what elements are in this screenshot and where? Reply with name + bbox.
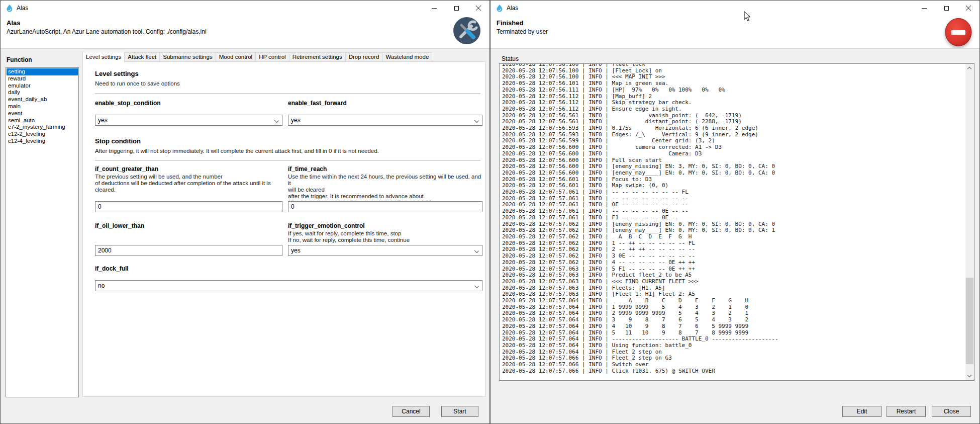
function-listbox[interactable]: settingrewardemulatordailyevent_daily_ab…: [6, 67, 79, 397]
edit-button[interactable]: Edit: [842, 406, 881, 417]
log-line: 2020-05-28 12:07:56.600 | INFO | Camera:…: [502, 151, 965, 157]
function-label: Function: [7, 56, 32, 63]
tab-attack-fleet[interactable]: Attack fleet: [124, 52, 160, 62]
function-item-c7-2_mystery_farming[interactable]: c7-2_mystery_farming: [7, 124, 78, 131]
log-scrollbar[interactable]: [965, 64, 974, 380]
log-line: 2020-05-28 12:07:56.112 | INFO | Ensure …: [502, 106, 965, 113]
log-line: 2020-05-28 12:07:57.062 | INFO | A B C D…: [502, 234, 965, 240]
scroll-up-icon[interactable]: [965, 64, 974, 72]
scroll-down-icon[interactable]: [965, 372, 974, 380]
config-body: Function settingrewardemulatordailyevent…: [1, 48, 489, 423]
log-output: 2020-05-28 12:07:56.100 | INFO | fleet_l…: [502, 63, 965, 374]
chevron-down-icon: [474, 248, 479, 253]
log-line: 2020-05-28 12:07:56.600 | INFO | [enemy_…: [502, 170, 965, 177]
function-item-c12-2_leveling[interactable]: c12-2_leveling: [7, 131, 78, 138]
section-stop-condition-title: Stop condition: [95, 137, 141, 145]
log-line: 2020-05-28 12:07:56.101 | INFO | Map is …: [502, 80, 965, 87]
close-button[interactable]: [467, 1, 489, 16]
function-item-reward[interactable]: reward: [7, 75, 78, 82]
maximize-icon: [944, 6, 949, 11]
minimize-button[interactable]: [423, 1, 445, 16]
log-line: 2020-05-28 12:07:56.111 | INFO | [HP] 97…: [502, 87, 965, 94]
restart-button[interactable]: Restart: [887, 406, 926, 417]
close-button[interactable]: [957, 1, 979, 16]
config-subtitle: AzurLaneAutoScript, An Azur Lane automat…: [7, 28, 207, 35]
enable-stop-condition-select[interactable]: yes: [95, 115, 282, 126]
log-body: Status 2020-05-28 12:07:56.100 | INFO | …: [491, 48, 979, 423]
function-item-c12-4_leveling[interactable]: c12-4_leveling: [7, 138, 78, 145]
log-line: 2020-05-28 12:07:57.064 | INFO | 3 9 8 7…: [502, 317, 965, 323]
level-settings-panel: Level settings Need to run once to save …: [82, 61, 485, 397]
maximize-icon: [454, 6, 459, 11]
log-line: 2020-05-28 12:07:56.593 | INFO | 0.175s …: [502, 125, 965, 132]
titlebar-app-name: Alas: [507, 5, 518, 12]
if-count-greater-than-input[interactable]: [95, 201, 282, 212]
run-status-subtitle: Terminated by user: [497, 28, 548, 35]
stop-sign-icon: [944, 18, 972, 46]
close-run-button[interactable]: Close: [932, 406, 971, 417]
run-status-title: Finished: [497, 19, 523, 27]
if-trigger-emotion-control-select[interactable]: yes: [288, 245, 482, 256]
log-line: 2020-05-28 12:07:57.066 | INFO | Click (…: [502, 368, 965, 375]
enable-fast-forward-select[interactable]: yes: [288, 115, 482, 126]
log-box[interactable]: 2020-05-28 12:07:56.100 | INFO | fleet_l…: [499, 63, 974, 381]
if-dock-full-select[interactable]: no: [95, 280, 482, 291]
tab-strip: Level settingsAttack fleetSubmarine sett…: [82, 51, 432, 62]
function-item-event[interactable]: event: [7, 110, 78, 117]
section-level-settings-subtitle: Need to run once to save options: [95, 80, 180, 87]
config-header: Alas AzurLaneAutoScript, An Azur Lane au…: [1, 16, 489, 48]
function-item-event_daily_ab[interactable]: event_daily_ab: [7, 96, 78, 103]
log-line: 2020-05-28 12:07:57.064 | INFO | 4 10 9 …: [502, 323, 965, 330]
titlebar[interactable]: Alas: [1, 1, 489, 16]
log-line: 2020-05-28 12:07:57.064 | INFO | Using f…: [502, 343, 965, 349]
minimize-icon: [922, 8, 927, 9]
cancel-button[interactable]: Cancel: [393, 406, 430, 417]
tab-level-settings[interactable]: Level settings: [82, 52, 125, 62]
function-item-semi_auto[interactable]: semi_auto: [7, 117, 78, 124]
tab-hp-control[interactable]: HP control: [255, 52, 289, 62]
function-item-main[interactable]: main: [7, 103, 78, 110]
titlebar[interactable]: Alas: [491, 1, 979, 16]
function-item-emulator[interactable]: emulator: [7, 82, 78, 90]
if-trigger-emotion-control-label: if_trigger_emotion_control: [288, 222, 365, 229]
config-title: Alas: [7, 19, 20, 27]
titlebar-app-name: Alas: [17, 5, 28, 12]
log-line: 2020-05-28 12:07:57.062 | INFO | 3 0E --…: [502, 253, 965, 260]
divider: [95, 94, 480, 94]
log-line: 2020-05-28 12:07:57.064 | INFO | A B C D…: [502, 298, 965, 304]
if-count-greater-than-help: The previous setting will be used, and t…: [95, 174, 282, 193]
maximize-button[interactable]: [445, 1, 467, 16]
window-controls: [913, 1, 979, 16]
tab-retirement-settings[interactable]: Retirement settings: [289, 52, 346, 62]
divider: [95, 160, 480, 160]
if-oil-lower-than-input[interactable]: [95, 245, 282, 256]
enable-fast-forward-label: enable_fast_forward: [288, 100, 347, 107]
enable-stop-condition-value: yes: [98, 117, 108, 124]
if-dock-full-label: if_dock_full: [95, 265, 129, 272]
scrollbar-thumb[interactable]: [966, 278, 973, 364]
tab-mood-control[interactable]: Mood control: [216, 52, 256, 62]
log-line: 2020-05-28 12:07:57.061 | INFO | F1 -- -…: [502, 215, 965, 221]
log-line: 2020-05-28 12:07:57.066 | INFO | Switch …: [502, 362, 965, 368]
function-item-setting[interactable]: setting: [7, 68, 78, 75]
tab-wasteland-mode[interactable]: Wasteland mode: [382, 52, 432, 62]
minimize-button[interactable]: [913, 1, 935, 16]
if-trigger-emotion-control-value: yes: [291, 247, 301, 254]
if-trigger-emotion-control-help: If yes, wait for reply, complete this ti…: [288, 230, 482, 243]
log-line: 2020-05-28 12:07:57.063 | INFO | Predict…: [502, 272, 965, 279]
run-status-header: Finished Terminated by user: [491, 16, 979, 48]
tab-submarine-settings[interactable]: Submarine settings: [159, 52, 216, 62]
if-dock-full-value: no: [98, 282, 105, 289]
alas-app-icon: [496, 4, 504, 12]
function-item-daily[interactable]: daily: [7, 89, 78, 96]
enable-stop-condition-label: enable_stop_condition: [95, 100, 161, 107]
start-button[interactable]: Start: [441, 406, 478, 417]
alas-log-window: Alas Finished Terminated by user Status …: [490, 0, 980, 424]
if-time-reach-input[interactable]: [288, 201, 482, 212]
alas-app-icon: [6, 4, 14, 12]
if-oil-lower-than-label: if_oil_lower_than: [95, 222, 144, 229]
alas-config-window: Alas Alas AzurLaneAutoScript, An Azur La…: [0, 0, 490, 424]
maximize-button[interactable]: [935, 1, 957, 16]
tab-drop-record[interactable]: Drop record: [345, 52, 383, 62]
enable-fast-forward-value: yes: [291, 117, 301, 124]
